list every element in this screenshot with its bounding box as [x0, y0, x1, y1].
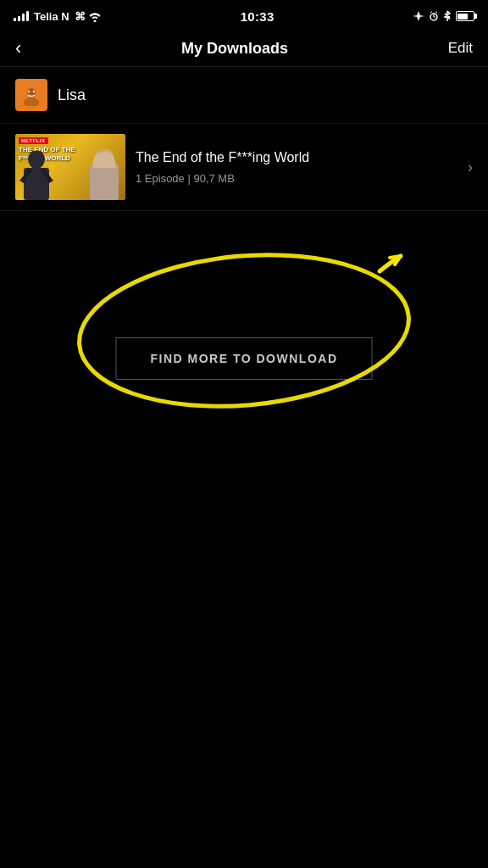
character-right-silhouette	[83, 149, 125, 200]
signal-bars-icon	[14, 11, 29, 21]
downloads-list: NETFLIX THE END OF THE F***ING WORLD	[0, 124, 488, 211]
signal-bar-2	[18, 16, 20, 21]
thumbnail-bg: NETFLIX THE END OF THE F***ING WORLD	[15, 134, 125, 200]
avatar-icon	[20, 84, 42, 106]
svg-point-8	[33, 91, 35, 92]
svg-line-4	[435, 12, 437, 14]
wifi-icon: ⌘	[75, 10, 103, 23]
status-right	[413, 10, 474, 22]
nav-bar: ‹ My Downloads Edit	[0, 31, 488, 67]
carrier-name: Telia N	[34, 10, 69, 23]
battery-fill	[458, 14, 468, 19]
bluetooth-icon	[443, 10, 452, 22]
status-bar: Telia N ⌘ 10:33	[0, 0, 488, 31]
annotation-oval	[66, 246, 422, 415]
chevron-right-icon: ›	[468, 159, 473, 176]
location-icon	[413, 10, 424, 22]
thumbnail-characters	[15, 153, 125, 200]
avatar	[15, 79, 47, 111]
svg-point-13	[73, 246, 415, 415]
find-more-button[interactable]: FIND MORE TO DOWNLOAD	[115, 337, 372, 380]
signal-bar-4	[26, 11, 29, 21]
netflix-logo: NETFLIX	[19, 137, 48, 144]
thumbnail: NETFLIX THE END OF THE F***ING WORLD	[15, 134, 125, 200]
svg-point-6	[24, 97, 39, 106]
character-left-silhouette	[15, 151, 58, 200]
page-title: My Downloads	[181, 40, 288, 58]
content-meta: 1 Episode | 90,7 MB	[136, 172, 458, 185]
battery-icon	[456, 11, 474, 21]
content-info: The End of the F***ing World 1 Episode |…	[125, 149, 468, 185]
signal-bar-3	[22, 14, 25, 21]
svg-point-7	[28, 91, 30, 92]
svg-line-3	[430, 12, 432, 14]
content-title: The End of the F***ing World	[136, 149, 458, 167]
user-name: Lisa	[58, 86, 86, 104]
svg-point-9	[28, 151, 45, 169]
back-button[interactable]: ‹	[15, 39, 21, 58]
user-section: Lisa	[0, 67, 488, 124]
status-time: 10:33	[241, 9, 274, 24]
status-left: Telia N ⌘	[14, 10, 102, 23]
alarm-icon	[429, 11, 439, 21]
svg-rect-12	[90, 164, 119, 200]
table-row[interactable]: NETFLIX THE END OF THE F***ING WORLD	[0, 124, 488, 211]
signal-bar-1	[14, 18, 16, 21]
edit-button[interactable]: Edit	[448, 40, 473, 57]
